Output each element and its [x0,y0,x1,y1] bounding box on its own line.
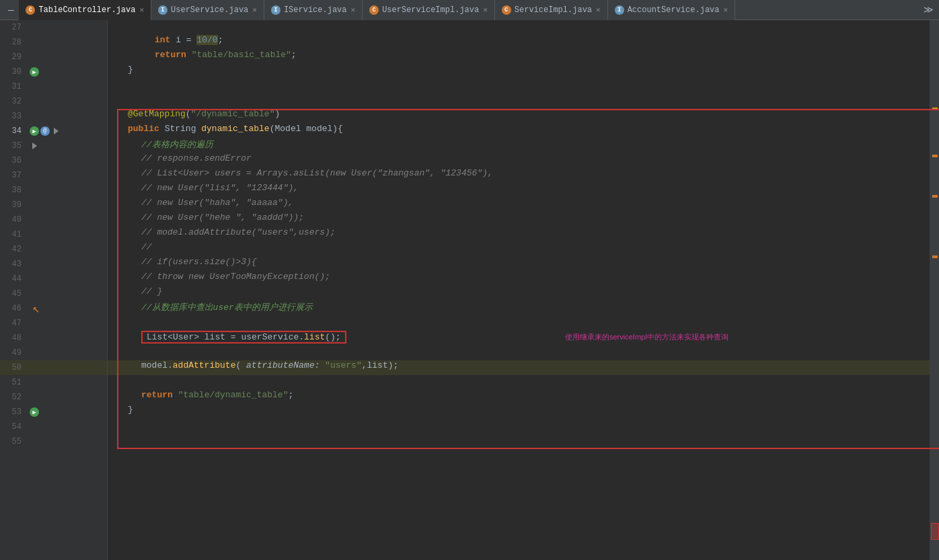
tab-table-controller[interactable]: C TableController.java ✕ [19,0,151,20]
ide-window: — C TableController.java ✕ I UserService… [0,0,939,560]
code-line-41: // model.addAttribute("users",users); [108,227,939,242]
code-line-42: // [108,242,939,257]
line-number: 55 [0,437,27,446]
code-line-51 [108,375,939,390]
line-number: 34 [0,126,27,136]
gutter-row-27: 27 [0,20,107,35]
line-number: 32 [0,97,27,106]
tab-user-service[interactable]: I UserService.java ✕ [151,0,264,20]
gutter-row-43: 43 [0,257,107,272]
tab-label: IService.java [284,5,347,15]
collapse-button[interactable]: — [3,0,19,20]
code-content: return "table/dynamic_table"; [141,390,293,400]
more-tabs-button[interactable]: ≫ [918,4,939,15]
gutter-icons [27,141,39,151]
line-number: 43 [0,259,27,269]
gutter-row-46: 46 ↖ [0,301,107,316]
gutter-row-30: 30 ▶ [0,65,107,79]
line-number: 40 [0,215,27,225]
scrollbar-marker-orange-1 [932,155,938,157]
line-number: 39 [0,200,27,210]
tab-iservice[interactable]: I IService.java ✕ [264,0,363,20]
tab-close-button[interactable]: ✕ [252,5,257,14]
code-line-34: public String dynamic_table(Model model)… [108,124,939,138]
line-number: 29 [0,52,27,62]
code-content: // new User("hehe ", "aaddd")); [141,212,304,223]
run-icon[interactable]: ▶ [30,126,39,136]
gutter-row-33: 33 [0,109,107,124]
gutter-row-41: 41 [0,227,107,242]
gutter-icons: ↖ [27,301,40,316]
code-content: // new User("haha", "aaaaa"), [141,198,293,208]
tab-icon-c: C [502,5,511,15]
line-gutter: 27 28 29 30 ▶ 31 [0,20,108,560]
tab-icon-c: C [26,5,35,15]
gutter-row-37: 37 [0,168,107,183]
gutter-row-54: 54 [0,419,107,434]
line-number: 50 [0,363,27,372]
code-line-31 [108,79,939,94]
tab-icon-i: I [158,5,167,15]
code-content: // if(users.size()>3){ [141,257,257,267]
code-line-39: // new User("haha", "aaaaa"), [108,198,939,212]
gutter-row-55: 55 [0,434,107,449]
line-number: 30 [0,67,27,77]
tab-label: AccountService.java [628,5,720,15]
gutter-row-31: 31 [0,79,107,94]
tab-icon-i: I [615,5,624,15]
code-line-40: // new User("hehe ", "aaddd")); [108,212,939,227]
scrollbar-marker-orange-3 [932,255,938,258]
scrollbar-marker-orange-2 [932,195,938,198]
gutter-row-39: 39 [0,198,107,212]
tab-service-impl[interactable]: C ServiceImpl.java ✕ [495,0,608,20]
code-line-53: } [108,405,939,419]
tab-account-service[interactable]: I AccountService.java ✕ [608,0,735,20]
gutter-row-53: 53 ▶ [0,405,107,419]
tab-close-button[interactable]: ✕ [483,5,488,14]
gutter-row-44: 44 [0,272,107,286]
tab-close-button[interactable]: ✕ [351,5,356,14]
info-icon[interactable]: @ [40,126,50,136]
gutter-row-38: 38 [0,183,107,198]
code-content: return "table/basic_table"; [155,50,297,60]
run-icon[interactable]: ▶ [30,407,39,417]
tab-label: UserService.java [171,5,248,15]
bookmark-icon[interactable] [51,126,61,136]
tab-close-button[interactable]: ✕ [596,5,601,14]
code-line-33: @GetMapping("/dynamic_table") [108,109,939,124]
line-number: 48 [0,333,27,343]
tab-close-button[interactable]: ✕ [139,5,144,14]
gutter-row-35: 35 [0,138,107,153]
line-number: 54 [0,422,27,432]
code-content: // model.addAttribute("users",users); [141,227,336,237]
tab-bar: — C TableController.java ✕ I UserService… [0,0,939,20]
code-content: //从数据库中查出user表中的用户进行展示 [141,301,313,313]
code-line-27 [108,20,939,35]
tab-label: UserServiceImpl.java [382,5,479,15]
gutter-row-45: 45 [0,286,107,301]
code-content-boxed: List<User> list = userService.list(); [141,331,346,344]
code-content: } [128,65,133,75]
code-line-35: //表格内容的遍历 [108,138,939,153]
line-number: 36 [0,156,27,165]
gutter-row-34: 34 ▶ @ [0,124,107,138]
code-content: // } [141,286,162,296]
scrollbar-area [930,20,939,560]
code-line-30: } [108,65,939,79]
code-line-49 [108,346,939,360]
line-number: 52 [0,393,27,402]
scrollbar-marker-yellow [932,108,938,110]
tab-label: TableController.java [38,5,135,15]
code-line-47 [108,316,939,331]
code-content-area[interactable]: int i = 10/0; return "table/basic_table"… [108,20,939,560]
tab-close-button[interactable]: ✕ [723,5,728,14]
line-number: 47 [0,319,27,328]
gutter-row-29: 29 [0,50,107,65]
gutter-row-48: 48 [0,331,107,346]
gutter-icons: ▶ [27,407,39,417]
code-content: int i = 10/0; [155,35,223,45]
bookmark-icon[interactable] [30,141,39,151]
line-number: 33 [0,112,27,121]
tab-user-service-impl[interactable]: C UserServiceImpl.java ✕ [363,0,495,20]
run-icon[interactable]: ▶ [30,67,39,77]
